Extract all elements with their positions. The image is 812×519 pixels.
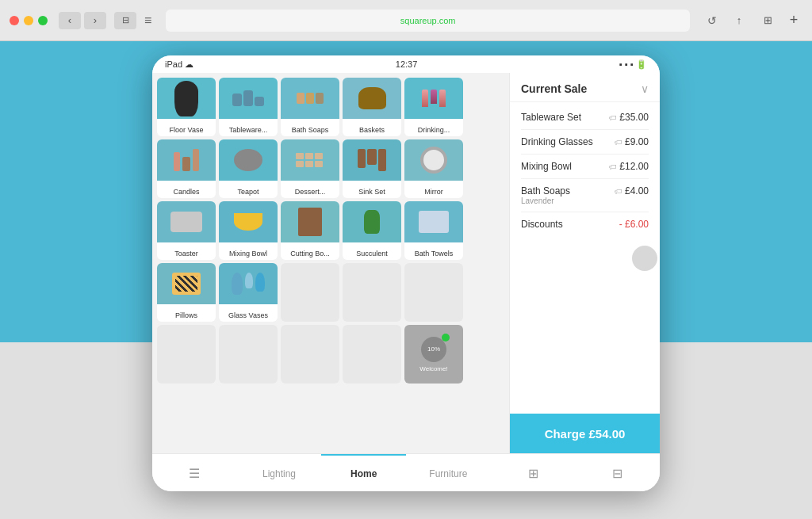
lighting-tab-label: Lighting — [262, 468, 296, 479]
sale-item-drinking[interactable]: Drinking Glasses 🏷 £9.00 — [510, 132, 660, 152]
welcome-tile[interactable]: Welcome! — [404, 325, 463, 384]
mixing-price-value: £12.00 — [619, 161, 649, 172]
forward-button[interactable]: › — [84, 12, 106, 29]
ipad-frame: iPad ☁ 12:37 ▪ ▪ ▪ 🔋 Floor — [152, 55, 660, 491]
sink-set-image — [343, 139, 401, 181]
sale-item-bath-soaps-name: Bath Soaps — [521, 185, 610, 197]
grid-row-5: Welcome! — [157, 325, 504, 384]
glass-vases-image — [219, 263, 278, 304]
charge-button[interactable]: Charge £54.00 — [510, 414, 660, 453]
home-tab-label: Home — [350, 468, 377, 479]
share-button[interactable]: ↑ — [728, 12, 750, 29]
empty-cell-4 — [157, 325, 216, 384]
grid-row-2: Candles Teapot — [157, 139, 504, 198]
menu-icon[interactable]: ≡ — [144, 13, 151, 28]
succulent-image — [343, 201, 401, 242]
grid-row-4: Pillows Glass Vases — [157, 263, 504, 322]
tab-menu[interactable]: ☰ — [152, 454, 237, 491]
drinking-label: Drinking... — [406, 126, 462, 134]
tab-calc-icon[interactable]: ⊟ — [575, 454, 660, 491]
product-candles[interactable]: Candles — [157, 139, 216, 198]
battery-icon: ▪ ▪ ▪ 🔋 — [619, 59, 647, 70]
floor-vase-image — [157, 78, 216, 119]
back-button[interactable]: ‹ — [59, 12, 81, 29]
product-baskets[interactable]: Baskets — [343, 78, 401, 136]
empty-cell-2 — [343, 263, 401, 322]
close-button[interactable] — [10, 16, 19, 25]
empty-cell-7 — [343, 325, 401, 384]
tab-bar: ☰ Lighting Home Furniture ⊞ ⊟ — [152, 453, 660, 491]
sale-chevron[interactable]: ∨ — [641, 82, 649, 95]
sale-item-mixing-info: Mixing Bowl — [521, 161, 604, 172]
product-succulent[interactable]: Succulent — [343, 201, 401, 260]
candles-shape — [174, 149, 199, 171]
welcome-badge — [421, 337, 446, 362]
reload-button[interactable]: ↺ — [701, 12, 723, 29]
succulent-shape — [364, 210, 380, 234]
tab-lighting[interactable]: Lighting — [237, 454, 322, 491]
product-bath-towels[interactable]: Bath Towels — [404, 201, 463, 260]
mixing-bowl-image — [219, 201, 278, 242]
sale-item-mixing[interactable]: Mixing Bowl 🏷 £12.00 — [510, 156, 660, 177]
product-sink-set[interactable]: Sink Set — [343, 139, 401, 198]
url-text: squareup.com — [400, 16, 456, 25]
tableware-price-value: £35.00 — [619, 112, 649, 123]
status-time: 12:37 — [396, 59, 418, 69]
product-toaster[interactable]: Toaster — [157, 201, 216, 260]
add-tab-button[interactable]: + — [785, 12, 802, 29]
tabs-button[interactable]: ⊞ — [756, 12, 779, 29]
drinking-price-value: £9.00 — [625, 136, 649, 147]
teapot-label: Teapot — [220, 188, 276, 196]
candles-label: Candles — [159, 188, 214, 196]
product-glass-vases[interactable]: Glass Vases — [219, 263, 278, 322]
cutting-label: Cutting Bo... — [282, 250, 338, 258]
sale-item-bath-soaps[interactable]: Bath Soaps Lavender 🏷 £4.00 — [510, 181, 660, 210]
product-drinking[interactable]: Drinking... — [404, 78, 463, 136]
menu-tab-icon: ☰ — [189, 466, 200, 481]
product-cutting[interactable]: Cutting Bo... — [281, 201, 339, 260]
divider-2 — [521, 154, 649, 155]
product-pillows[interactable]: Pillows — [157, 263, 216, 322]
divider-1 — [521, 129, 649, 130]
sidebar-toggle-button[interactable]: ⊟ — [114, 12, 136, 29]
cutting-image — [281, 201, 339, 242]
minimize-button[interactable] — [24, 16, 33, 25]
product-mixing-bowl[interactable]: Mixing Bowl — [219, 201, 278, 260]
empty-cell-5 — [219, 325, 278, 384]
product-teapot[interactable]: Teapot — [219, 139, 278, 198]
toaster-shape — [170, 212, 202, 232]
furniture-tab-label: Furniture — [429, 468, 467, 479]
tab-furniture[interactable]: Furniture — [406, 454, 491, 491]
tab-grid-icon[interactable]: ⊞ — [491, 454, 576, 491]
bath-soaps-shape — [297, 93, 324, 104]
maximize-button[interactable] — [38, 16, 48, 25]
sale-item-bath-soaps-info: Bath Soaps Lavender — [521, 185, 610, 205]
grid-row-3: Toaster Mixing Bowl Cuttin — [157, 201, 504, 260]
bath-soaps-image — [281, 78, 339, 119]
divider-4 — [521, 212, 649, 212]
sale-item-mixing-name: Mixing Bowl — [521, 161, 604, 172]
sale-title: Current Sale — [521, 82, 587, 95]
succulent-label: Succulent — [344, 250, 400, 258]
mixing-bowl-shape — [234, 213, 262, 231]
cutting-shape — [298, 208, 322, 236]
mirror-label: Mirror — [406, 188, 462, 196]
ipad-label: iPad ☁ — [165, 59, 193, 70]
address-bar[interactable]: squareup.com — [166, 10, 690, 32]
sale-item-tableware[interactable]: Tableware Set 🏷 £35.00 — [510, 107, 660, 128]
ipad-inner: Floor Vase Tableware... — [152, 73, 660, 491]
bath-soaps-label: Bath Soaps — [282, 126, 338, 134]
empty-cell-1 — [281, 263, 339, 322]
product-mirror[interactable]: Mirror — [404, 139, 463, 198]
empty-cell-6 — [281, 325, 339, 384]
product-tableware[interactable]: Tableware... — [219, 78, 278, 136]
price-tag-icon-2: 🏷 — [615, 138, 622, 147]
tableware-label: Tableware... — [220, 126, 276, 134]
price-tag-icon: 🏷 — [609, 113, 617, 122]
product-bath-soaps[interactable]: Bath Soaps — [281, 78, 339, 136]
tab-home[interactable]: Home — [321, 454, 406, 491]
sink-set-label: Sink Set — [344, 188, 400, 196]
product-dessert[interactable]: Dessert... — [281, 139, 339, 198]
browser-chrome: ‹ › ⊟ ≡ squareup.com ↺ ↑ ⊞ + — [0, 0, 812, 41]
product-floor-vase[interactable]: Floor Vase — [157, 78, 216, 136]
